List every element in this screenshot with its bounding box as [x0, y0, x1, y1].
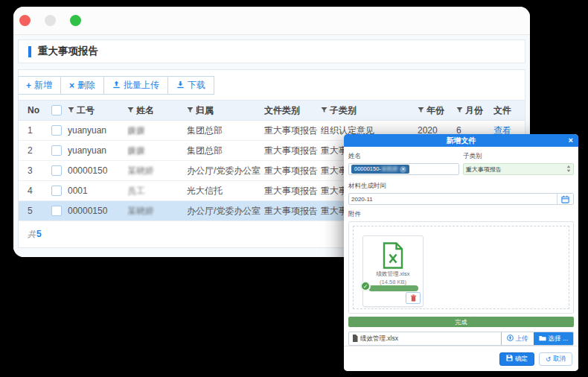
row-number: 2 — [19, 145, 45, 156]
row-number: 1 — [19, 125, 45, 136]
attachment-field-label: 附件 — [348, 210, 574, 219]
upload-circle-icon — [507, 335, 514, 343]
total-label: 共 — [28, 229, 36, 240]
header-subcategory[interactable]: 子类别 — [321, 104, 418, 117]
cell-category: 重大事项报告 — [264, 165, 321, 177]
confirm-button[interactable]: 确定 — [499, 352, 534, 366]
cell-name-redacted: 某晓娇 — [127, 165, 154, 177]
row-number: 4 — [19, 186, 45, 196]
delete-file-button[interactable] — [406, 292, 421, 304]
document-icon — [352, 335, 358, 343]
add-button[interactable]: + 新增 — [18, 76, 61, 95]
selected-person-tag: 00000150- 某晓娇 ✕ — [351, 165, 409, 174]
window-titlebar — [13, 7, 530, 35]
remove-tag-icon[interactable]: ✕ — [400, 166, 406, 173]
close-window-button[interactable] — [19, 15, 31, 26]
header-employee-id[interactable]: 工号 — [68, 104, 127, 117]
cell-name-redacted: 某晓娇 — [127, 205, 154, 218]
dialog-title: 新增文件 — [447, 136, 476, 146]
total-count: 5 — [36, 229, 42, 239]
spinner-arrows-icon — [566, 165, 571, 174]
tag-id-text: 00000150- — [354, 165, 381, 173]
trash-icon — [410, 291, 417, 305]
row-checkbox[interactable] — [51, 206, 62, 216]
header-name[interactable]: 姓名 — [127, 104, 187, 117]
cell-category: 重大事项报告 — [264, 185, 321, 197]
cell-employee-id: yuanyuan — [68, 125, 127, 136]
cell-category: 重大事项报告 — [264, 145, 321, 157]
header-file: 文件 — [493, 104, 524, 117]
x-icon: × — [69, 81, 74, 90]
plus-icon: + — [26, 81, 31, 90]
attachment-box: 绩效管理.xlsx (14.58 KB) ✓ — [348, 221, 574, 314]
name-input[interactable]: 00000150- 某晓娇 ✕ — [348, 163, 459, 175]
choose-file-button-label: 选择 ... — [549, 335, 568, 343]
cell-name-redacted: 媛媛 — [127, 145, 145, 157]
card-file-name: 绩效管理.xlsx — [363, 270, 423, 278]
filter-icon[interactable] — [127, 105, 134, 115]
cell-org: 集团总部 — [187, 124, 264, 137]
date-input[interactable]: 2020-11 — [348, 193, 574, 205]
file-picker-group: 绩效管理.xlsx 上传 选择 ... — [348, 332, 574, 346]
subcategory-select[interactable]: 重大事项报告 — [463, 163, 574, 175]
cell-employee-id: 00000150 — [68, 206, 127, 216]
cell-org: 办公厅/党委办公室 — [187, 165, 264, 177]
cell-category: 重大事项报告 — [264, 124, 321, 137]
header-year[interactable]: 年份 — [418, 104, 456, 117]
uploaded-file-card: 绩效管理.xlsx (14.58 KB) ✓ — [362, 235, 424, 307]
batch-upload-button[interactable]: 批量上传 — [103, 76, 168, 95]
upload-file-button[interactable]: 上传 — [501, 332, 534, 345]
confirm-button-label: 确定 — [515, 355, 528, 364]
cancel-button-label: 取消 — [553, 355, 566, 364]
filter-icon[interactable] — [321, 105, 327, 115]
filter-icon[interactable] — [68, 105, 74, 115]
calendar-icon[interactable] — [557, 194, 573, 204]
cell-category: 重大事项报告 — [264, 205, 321, 218]
row-number: 3 — [19, 165, 45, 176]
minimize-window-button[interactable] — [45, 15, 56, 26]
overall-progress-bar: 完成 — [348, 317, 574, 327]
upload-icon — [112, 80, 121, 91]
header-category: 文件类别 — [264, 104, 321, 117]
undo-icon: ↺ — [546, 355, 551, 363]
filter-icon[interactable] — [456, 105, 463, 115]
cancel-button[interactable]: ↺ 取消 — [539, 352, 572, 366]
row-checkbox[interactable] — [51, 186, 62, 196]
cell-org: 办公厅/党委办公室 — [187, 205, 264, 218]
maximize-window-button[interactable] — [70, 15, 81, 26]
cell-employee-id: yuanyuan — [68, 145, 127, 156]
cell-name-redacted: 媛媛 — [127, 124, 145, 137]
filter-icon[interactable] — [418, 105, 424, 115]
page-title: 重大事项报告 — [38, 45, 98, 58]
name-field-label: 姓名 — [348, 152, 459, 161]
header-org[interactable]: 归属 — [187, 104, 264, 117]
row-checkbox[interactable] — [51, 145, 62, 156]
header-month[interactable]: 月份 — [456, 104, 493, 117]
delete-button-label: 删除 — [77, 79, 95, 92]
download-button-label: 下载 — [188, 79, 205, 92]
date-value: 2020-11 — [351, 196, 373, 203]
upload-progress-bar — [368, 285, 418, 291]
canvas: 重大事项报告 + 新增 × 删除 批量上传 — [0, 0, 588, 377]
delete-button[interactable]: × 删除 — [60, 76, 104, 95]
folder-icon — [539, 335, 546, 343]
filter-icon[interactable] — [187, 105, 194, 115]
close-icon[interactable]: × — [569, 135, 573, 146]
cell-org: 光大信托 — [187, 185, 264, 197]
download-icon — [176, 80, 185, 91]
header-no: No — [19, 105, 45, 115]
choose-file-button[interactable]: 选择 ... — [534, 332, 573, 345]
dialog-body: 姓名 00000150- 某晓娇 ✕ 子类别 重大 — [344, 147, 578, 346]
title-accent-bar — [28, 46, 31, 57]
download-button[interactable]: 下载 — [167, 76, 214, 95]
row-checkbox[interactable] — [51, 165, 62, 176]
attachment-dropzone[interactable]: 绩效管理.xlsx (14.58 KB) ✓ — [353, 226, 569, 309]
row-checkbox[interactable] — [51, 125, 62, 136]
picked-file-display: 绩效管理.xlsx — [349, 332, 501, 345]
select-all-checkbox[interactable] — [51, 105, 62, 115]
toolbar: + 新增 × 删除 批量上传 下载 — [18, 70, 525, 100]
cell-employee-id: 0001 — [68, 186, 127, 196]
cell-name-redacted: 员工 — [127, 185, 145, 197]
table-header-row: No 工号 姓名 归属 文件类别 — [19, 100, 525, 121]
progress-text: 完成 — [456, 318, 467, 326]
